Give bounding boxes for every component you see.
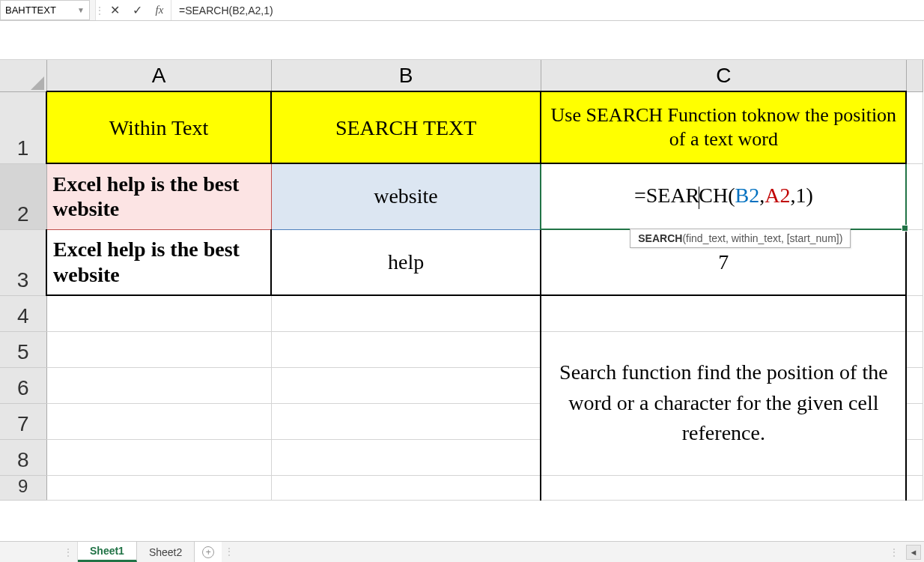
scroll-grip-icon[interactable]: ⋮ (890, 547, 899, 558)
name-box[interactable]: BAHTTEXT ▼ (0, 0, 90, 20)
name-box-value: BAHTTEXT (5, 4, 56, 16)
sheet-tab-bar: ⋮ Sheet1 Sheet2 + ⋮ ⋮ ◄ (0, 541, 924, 562)
cell-d4[interactable] (906, 295, 923, 331)
function-tooltip: SEARCH(find_text, within_text, [start_nu… (630, 229, 851, 248)
row-head-6[interactable]: 6 (0, 367, 46, 403)
enter-button[interactable]: ✓ (126, 0, 148, 20)
formula-part: =SEAR (634, 184, 699, 207)
tab-grip-icon[interactable]: ⋮ (225, 546, 234, 557)
col-head-d[interactable] (906, 60, 923, 91)
cell-d1[interactable] (906, 91, 923, 163)
spreadsheet-grid: A B C 1 Within Text SEARCH TEXT Use SEAR… (0, 60, 924, 501)
col-head-b[interactable]: B (271, 60, 541, 91)
cell-c2[interactable]: =SEARCH(B2,A2,1) (541, 163, 906, 229)
scroll-left-button[interactable]: ◄ (906, 545, 921, 560)
cell-a5[interactable] (46, 331, 271, 367)
cell-a1[interactable]: Within Text (46, 91, 271, 163)
row-head-7[interactable]: 7 (0, 403, 46, 439)
formula-input[interactable]: =SEARCH(B2,A2,1) (171, 0, 924, 20)
formula-bar: BAHTTEXT ▼ ⋮ ✕ ✓ fx =SEARCH(B2,A2,1) (0, 0, 924, 21)
cell-b8[interactable] (271, 439, 541, 475)
row-head-4[interactable]: 4 (0, 295, 46, 331)
cell-d6[interactable] (906, 367, 923, 403)
cell-a3[interactable]: Excel help is the best website (46, 229, 271, 295)
col-head-c[interactable]: C (541, 60, 906, 91)
name-box-dropdown-icon[interactable]: ▼ (77, 6, 85, 14)
cell-d5[interactable] (906, 331, 923, 367)
cell-c1[interactable]: Use SEARCH Function toknow the position … (541, 91, 906, 163)
row-head-3[interactable]: 3 (0, 229, 46, 295)
cell-a9[interactable] (46, 475, 271, 500)
cancel-button[interactable]: ✕ (103, 0, 126, 20)
cell-b1[interactable]: SEARCH TEXT (271, 91, 541, 163)
cell-b7[interactable] (271, 403, 541, 439)
cell-a7[interactable] (46, 403, 271, 439)
cell-c9[interactable] (541, 475, 906, 500)
cell-d2[interactable] (906, 163, 923, 229)
cell-c3[interactable]: SEARCH(find_text, within_text, [start_nu… (541, 229, 906, 295)
sheet-tab-1[interactable]: Sheet1 (78, 542, 137, 562)
cell-b5[interactable] (271, 331, 541, 367)
formula-bar-grip[interactable]: ⋮ (96, 0, 103, 20)
tooltip-fn: SEARCH (638, 232, 682, 244)
cell-b9[interactable] (271, 475, 541, 500)
tab-rest: ⋮ ⋮ ◄ (222, 542, 924, 562)
cell-c5-8-note[interactable]: Search function find the position of the… (541, 331, 906, 475)
cell-b3[interactable]: help (271, 229, 541, 295)
cell-b4[interactable] (271, 295, 541, 331)
cell-d7[interactable] (906, 403, 923, 439)
sheet-table: A B C 1 Within Text SEARCH TEXT Use SEAR… (0, 60, 923, 501)
cell-d3[interactable] (906, 229, 923, 295)
plus-icon: + (202, 546, 214, 558)
cell-a6[interactable] (46, 367, 271, 403)
cell-c4[interactable] (541, 295, 906, 331)
row-head-2[interactable]: 2 (0, 163, 46, 229)
cell-c3-value: 7 (718, 250, 729, 274)
cell-d9[interactable] (906, 475, 923, 500)
formula-part: CH( (699, 184, 735, 207)
formula-text: =SEARCH(B2,A2,1) (179, 4, 273, 16)
formula-ref-b2: B2 (735, 184, 760, 207)
row-head-8[interactable]: 8 (0, 439, 46, 475)
cell-a4[interactable] (46, 295, 271, 331)
formula-ref-a2: A2 (765, 184, 790, 207)
sheet-tab-2[interactable]: Sheet2 (137, 542, 195, 562)
row-head-1[interactable]: 1 (0, 91, 46, 163)
row-head-5[interactable]: 5 (0, 331, 46, 367)
ribbon-spacer (0, 21, 924, 60)
add-sheet-button[interactable]: + (195, 542, 222, 562)
fx-button[interactable]: fx (148, 0, 171, 20)
tab-nav-spacer: ⋮ (0, 542, 78, 562)
cell-b6[interactable] (271, 367, 541, 403)
cell-a8[interactable] (46, 439, 271, 475)
row-head-9[interactable]: 9 (0, 475, 46, 500)
formula-part: ,1) (790, 184, 812, 207)
cell-b2[interactable]: website (271, 163, 541, 229)
cell-a2[interactable]: Excel help is the best website (46, 163, 271, 229)
tooltip-args: (find_text, within_text, [start_num]) (682, 232, 842, 244)
select-all-corner[interactable] (0, 60, 46, 91)
horizontal-scroll-controls: ⋮ ◄ (890, 542, 924, 562)
cell-d8[interactable] (906, 439, 923, 475)
col-head-a[interactable]: A (46, 60, 271, 91)
